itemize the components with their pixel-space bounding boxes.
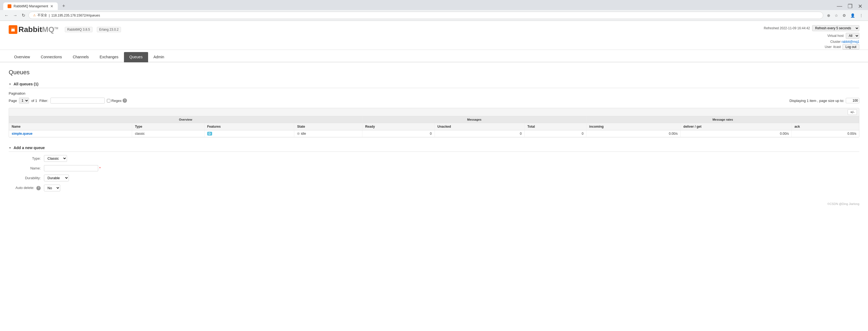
durability-label: Durability: <box>9 176 44 180</box>
regex-checkbox[interactable] <box>107 99 111 102</box>
col-ack-header: ack <box>792 123 859 130</box>
nav-queues[interactable]: Queues <box>124 52 148 62</box>
filter-input[interactable] <box>51 98 105 104</box>
cell-features: D <box>204 130 294 137</box>
columns-toggle-button[interactable]: +/- <box>848 109 857 115</box>
back-button[interactable]: ← <box>3 12 10 19</box>
profile-button[interactable]: 👤 <box>849 12 857 19</box>
rabbit-icon <box>10 27 16 32</box>
logo: RabbitMQTM <box>9 25 58 34</box>
refresh-row: Refreshed 2022-11-09 16:44:42 Refresh ev… <box>764 25 859 31</box>
refreshed-label: Refreshed 2022-11-09 16:44:42 <box>764 26 810 30</box>
state-dot-icon <box>297 132 300 135</box>
type-row: Type: Classic Quorum <box>9 155 859 162</box>
name-row: Name: * <box>9 165 859 171</box>
address-prefix: 不安全 <box>37 13 47 18</box>
auto-delete-row: Auto delete: ? No Yes <box>9 185 859 191</box>
displaying-label: Displaying 1 item , page size up to: <box>789 99 844 103</box>
tab-close-icon[interactable]: ✕ <box>50 4 54 8</box>
auto-delete-select[interactable]: No Yes <box>44 185 60 191</box>
queue-table: Overview Messages Message rates Name Typ… <box>9 116 859 137</box>
restore-icon[interactable]: ❐ <box>845 3 855 9</box>
nav-exchanges[interactable]: Exchanges <box>94 52 124 62</box>
logout-button[interactable]: Log out <box>842 44 859 49</box>
auto-delete-help-icon[interactable]: ? <box>36 186 41 190</box>
extensions-button[interactable]: ⚙ <box>841 12 848 19</box>
col-total-header: Total <box>525 123 586 130</box>
col-name-header: Name <box>9 123 132 130</box>
content: Queues ▼ All queues (1) Pagination Page … <box>0 62 868 201</box>
minimize-icon[interactable]: — <box>835 3 844 9</box>
overview-group-header: Overview <box>9 116 362 123</box>
vhost-label: Virtual host <box>827 34 844 38</box>
regex-help-icon[interactable]: ? <box>123 98 127 103</box>
pagination-section: Pagination Page 1 of 1 Filter: Regex ? D… <box>9 91 859 104</box>
name-label: Name: <box>9 166 44 170</box>
type-select[interactable]: Classic Quorum <box>44 155 67 162</box>
nav-connections[interactable]: Connections <box>35 52 67 62</box>
queue-tbody: simple.queue classic D idle 0 0 0 0.00/s… <box>9 130 859 137</box>
header-right: Refreshed 2022-11-09 16:44:42 Refresh ev… <box>764 25 859 49</box>
col-type-header: Type <box>132 123 204 130</box>
forward-button[interactable]: → <box>12 12 19 19</box>
new-tab-button[interactable]: + <box>60 2 67 10</box>
add-queue-chevron-icon: ▼ <box>9 146 11 150</box>
name-required: * <box>99 166 101 170</box>
add-queue-section-header[interactable]: ▼ Add a new queue <box>9 144 859 152</box>
logo-text: RabbitMQTM <box>19 25 58 34</box>
col-deliver-get-header: deliver / get <box>681 123 792 130</box>
cell-deliver-get: 0.00/s <box>681 130 792 137</box>
cell-ack: 0.00/s <box>792 130 859 137</box>
queue-name-link[interactable]: simple.queue <box>12 132 33 136</box>
close-window-icon[interactable]: ✕ <box>856 3 865 9</box>
nav-admin[interactable]: Admin <box>148 52 170 62</box>
vhost-select[interactable]: All <box>846 33 859 39</box>
vhost-row: Virtual host All <box>764 33 859 39</box>
bookmark-button[interactable]: ☆ <box>833 12 840 19</box>
favicon-icon <box>8 4 11 8</box>
browser-titlebar: RabbitMQ Management ✕ + — ❐ ✕ <box>0 0 868 10</box>
nav-channels[interactable]: Channels <box>67 52 94 62</box>
feature-badge: D <box>207 132 212 136</box>
durability-select[interactable]: Durable Transient <box>44 174 69 181</box>
cell-unacked: 0 <box>435 130 525 137</box>
address-bar[interactable]: ⚠ 不安全 | 118.195.235.176:15672/#/queues <box>29 12 823 19</box>
logo-icon <box>9 25 18 34</box>
page-label: Page <box>9 99 17 103</box>
browser-actions: ⊕ ☆ ⚙ 👤 ⋮ <box>826 12 865 19</box>
address-separator: | <box>49 13 50 18</box>
tab-title: RabbitMQ Management <box>13 4 48 8</box>
window-controls: — ❐ ✕ <box>835 3 865 9</box>
main-nav: Overview Connections Channels Exchanges … <box>0 52 868 62</box>
col-state-header: State <box>294 123 362 130</box>
table-toolbar: +/- <box>9 108 859 116</box>
message-rates-group-header: Message rates <box>586 116 859 123</box>
nav-overview[interactable]: Overview <box>9 52 35 62</box>
all-queues-section-header[interactable]: ▼ All queues (1) <box>9 80 859 88</box>
displaying-info: Displaying 1 item , page size up to: <box>789 98 859 103</box>
of-label: of 1 <box>31 99 37 103</box>
page-size-input[interactable] <box>846 98 859 103</box>
auto-delete-label: Auto delete: ? <box>9 186 44 190</box>
col-features-header: Features <box>204 123 294 130</box>
cluster-link[interactable]: rabbit@mq1 <box>841 40 859 44</box>
translate-button[interactable]: ⊕ <box>826 12 832 19</box>
browser-tab[interactable]: RabbitMQ Management ✕ <box>3 2 58 10</box>
user-label: User <box>825 45 832 49</box>
cell-state: idle <box>294 130 362 137</box>
chevron-down-icon: ▼ <box>9 83 11 86</box>
footer: ©CSDN @Ding Jiarlong <box>0 201 868 206</box>
durability-row: Durability: Durable Transient <box>9 174 859 181</box>
menu-button[interactable]: ⋮ <box>858 12 865 19</box>
app-header: RabbitMQTM RabbitMQ 3.8.5 Erlang 23.0.2 … <box>0 21 868 50</box>
filter-label: Filter: <box>39 99 48 103</box>
regex-label: Regex ? <box>107 98 127 103</box>
browser-chrome: RabbitMQ Management ✕ + — ❐ ✕ ← → ↻ ⚠ 不安… <box>0 0 868 21</box>
refresh-select[interactable]: Refresh every 5 seconds Refresh every 10… <box>812 25 859 31</box>
table-row: simple.queue classic D idle 0 0 0 0.00/s… <box>9 130 859 137</box>
refresh-button[interactable]: ↻ <box>21 12 26 19</box>
app: RabbitMQTM RabbitMQ 3.8.5 Erlang 23.0.2 … <box>0 21 868 206</box>
page-select[interactable]: 1 <box>19 98 29 104</box>
name-input[interactable] <box>44 165 98 171</box>
page-title: Queues <box>9 69 859 76</box>
